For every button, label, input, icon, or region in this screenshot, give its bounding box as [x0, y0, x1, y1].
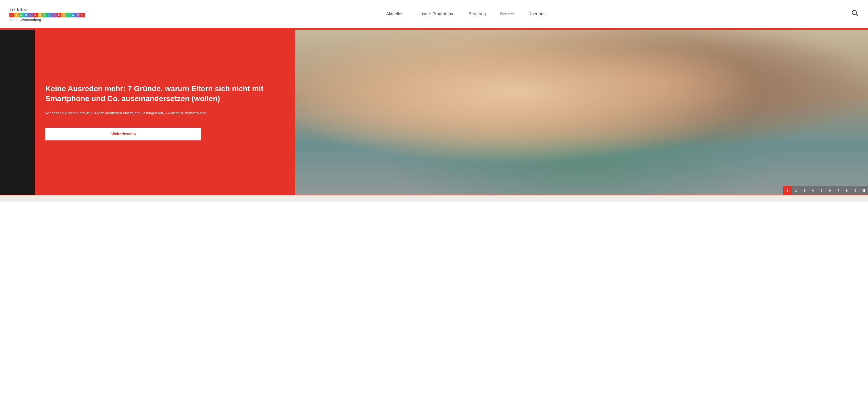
nav-aktuelles[interactable]: Aktuelles [386, 11, 403, 17]
nav-programme[interactable]: Unsere Programme [417, 11, 455, 17]
logo-letter-8: D [47, 13, 52, 18]
slide-dot-9[interactable]: 9 [851, 186, 860, 195]
logo-letter-0: K [9, 13, 14, 18]
main-nav: Aktuelles Unsere Programme Beratung Serv… [85, 11, 847, 17]
slide-dot-2[interactable]: 2 [792, 186, 800, 195]
nav-service[interactable]: Service [500, 11, 514, 17]
slide-pause-button[interactable] [860, 186, 868, 195]
nav-beratung[interactable]: Beratung [468, 11, 486, 17]
logo-letter-4: E [28, 13, 33, 18]
logo-subtitle: Baden-Württemberg [9, 18, 41, 22]
logo-letter-13: A [71, 13, 75, 18]
slide-dot-7[interactable]: 7 [834, 186, 842, 195]
logo-letter-7: E [42, 13, 47, 18]
hero-image: 123456789 [295, 30, 868, 195]
hero-section: Keine Ausreden mehr: 7 Grün­de, warum El… [0, 30, 868, 195]
pause-bars-icon [863, 189, 865, 192]
logo-letter-15: D [80, 13, 85, 18]
logo-letter-2: N [19, 13, 24, 18]
logo-letter-5: R [33, 13, 38, 18]
slide-dot-4[interactable]: 4 [809, 186, 817, 195]
logo-letter-11: N [61, 13, 66, 18]
logo-letter-14: N [75, 13, 80, 18]
hero-btn-arrow: » [134, 132, 136, 136]
site-header: 10 Jahre KINDERMEDIENLAND Baden-Württemb… [0, 0, 868, 28]
logo-letter-10: E [57, 13, 61, 18]
logo-letters: KINDERMEDIENLAND [9, 13, 85, 18]
bottom-bar [0, 195, 868, 202]
logo-letter-3: D [24, 13, 28, 18]
slide-dot-8[interactable]: 8 [842, 186, 851, 195]
nav-ueber-uns[interactable]: Über uns [528, 11, 546, 17]
slide-dot-1[interactable]: 1 [783, 186, 792, 195]
hero-title: Keine Ausreden mehr: 7 Grün­de, warum El… [45, 84, 284, 103]
search-icon[interactable] [851, 10, 859, 19]
logo-letter-1: I [14, 13, 19, 18]
logo-letter-12: L [66, 13, 71, 18]
hero-btn-label: Weiterlesen [112, 132, 133, 136]
logo[interactable]: 10 Jahre KINDERMEDIENLAND Baden-Württemb… [9, 7, 85, 22]
slide-dot-5[interactable]: 5 [817, 186, 826, 195]
slide-dot-6[interactable]: 6 [826, 186, 834, 195]
hero-content-panel: Keine Ausreden mehr: 7 Grün­de, warum El… [35, 30, 295, 195]
slide-dot-3[interactable]: 3 [800, 186, 809, 195]
hero-dark-panel [0, 30, 35, 195]
logo-years: 10 Jahre [9, 7, 28, 13]
slide-indicators: 123456789 [783, 186, 868, 195]
weiterlesen-button[interactable]: Weiterlesen» [45, 128, 201, 140]
logo-letter-9: I [52, 13, 57, 18]
logo-letter-6: M [38, 13, 42, 18]
hero-description: Wir haben die sieben größten Hürden iden… [45, 110, 284, 116]
svg-line-1 [856, 14, 858, 16]
